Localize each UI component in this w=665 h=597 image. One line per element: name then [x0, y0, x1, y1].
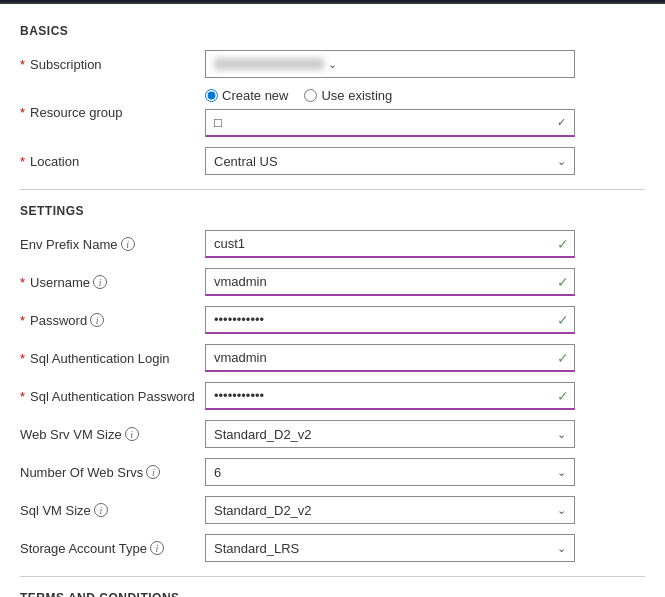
storage-account-type-chevron-icon: ⌄ — [557, 542, 566, 555]
storage-account-type-row: Storage Account Type i Standard_LRS ⌄ — [20, 534, 645, 562]
sql-auth-login-wrapper: ✓ — [205, 344, 575, 372]
sql-vm-size-chevron-icon: ⌄ — [557, 504, 566, 517]
storage-account-type-info-icon[interactable]: i — [150, 541, 164, 555]
password-check-icon: ✓ — [557, 312, 569, 328]
sql-auth-login-input[interactable] — [205, 344, 575, 372]
sql-auth-password-control: ✓ — [205, 382, 575, 410]
basics-section-title: BASICS — [20, 24, 645, 38]
web-srv-vm-size-control: Standard_D2_v2 ⌄ — [205, 420, 575, 448]
sql-auth-password-wrapper: ✓ — [205, 382, 575, 410]
password-input[interactable] — [205, 306, 575, 334]
username-info-icon[interactable]: i — [93, 275, 107, 289]
subscription-required: * — [20, 57, 25, 72]
env-prefix-name-control: ✓ — [205, 230, 575, 258]
create-new-radio[interactable] — [205, 89, 218, 102]
password-required: * — [20, 313, 25, 328]
location-label: * Location — [20, 154, 205, 169]
web-srv-vm-size-label: Web Srv VM Size i — [20, 427, 205, 442]
sql-auth-password-input[interactable] — [205, 382, 575, 410]
location-value: Central US — [214, 154, 553, 169]
sql-auth-password-row: * Sql Authentication Password ✓ — [20, 382, 645, 410]
settings-terms-divider — [20, 576, 645, 577]
resource-group-chevron-icon: ✓ — [557, 116, 566, 129]
sql-auth-login-required: * — [20, 351, 25, 366]
basics-settings-divider — [20, 189, 645, 190]
resource-group-dropdown[interactable]: □ ✓ — [205, 109, 575, 137]
password-row: * Password i ✓ — [20, 306, 645, 334]
username-input[interactable] — [205, 268, 575, 296]
storage-account-type-dropdown[interactable]: Standard_LRS ⌄ — [205, 534, 575, 562]
web-srv-vm-size-row: Web Srv VM Size i Standard_D2_v2 ⌄ — [20, 420, 645, 448]
create-new-radio-label[interactable]: Create new — [205, 88, 288, 103]
num-web-srvs-value: 6 — [214, 465, 553, 480]
sql-vm-size-info-icon[interactable]: i — [94, 503, 108, 517]
web-srv-vm-size-chevron-icon: ⌄ — [557, 428, 566, 441]
storage-account-type-value: Standard_LRS — [214, 541, 553, 556]
username-label: * Username i — [20, 275, 205, 290]
location-chevron-icon: ⌄ — [557, 155, 566, 168]
username-row: * Username i ✓ — [20, 268, 645, 296]
subscription-dropdown[interactable]: ⌄ — [205, 50, 575, 78]
sql-vm-size-row: Sql VM Size i Standard_D2_v2 ⌄ — [20, 496, 645, 524]
storage-account-type-label: Storage Account Type i — [20, 541, 205, 556]
num-web-srvs-control: 6 ⌄ — [205, 458, 575, 486]
num-web-srvs-info-icon[interactable]: i — [146, 465, 160, 479]
password-wrapper: ✓ — [205, 306, 575, 334]
sql-vm-size-value: Standard_D2_v2 — [214, 503, 553, 518]
env-prefix-name-check-icon: ✓ — [557, 236, 569, 252]
location-required: * — [20, 154, 25, 169]
password-label: * Password i — [20, 313, 205, 328]
sql-vm-size-label: Sql VM Size i — [20, 503, 205, 518]
subscription-chevron-icon: ⌄ — [328, 58, 337, 71]
use-existing-radio-label[interactable]: Use existing — [304, 88, 392, 103]
resource-group-value: □ — [214, 115, 553, 130]
web-srv-vm-size-info-icon[interactable]: i — [125, 427, 139, 441]
use-existing-radio[interactable] — [304, 89, 317, 102]
subscription-label: * Subscription — [20, 57, 205, 72]
resource-group-required: * — [20, 105, 25, 120]
username-wrapper: ✓ — [205, 268, 575, 296]
env-prefix-name-input[interactable] — [205, 230, 575, 258]
location-control: Central US ⌄ — [205, 147, 575, 175]
env-prefix-name-wrapper: ✓ — [205, 230, 575, 258]
username-required: * — [20, 275, 25, 290]
sql-auth-password-label: * Sql Authentication Password — [20, 389, 205, 404]
sql-vm-size-control: Standard_D2_v2 ⌄ — [205, 496, 575, 524]
sql-auth-login-control: ✓ — [205, 344, 575, 372]
username-control: ✓ — [205, 268, 575, 296]
sql-auth-password-check-icon: ✓ — [557, 388, 569, 404]
subscription-row: * Subscription ⌄ — [20, 50, 645, 78]
env-prefix-name-label: Env Prefix Name i — [20, 237, 205, 252]
sql-auth-password-required: * — [20, 389, 25, 404]
sql-vm-size-dropdown[interactable]: Standard_D2_v2 ⌄ — [205, 496, 575, 524]
web-srv-vm-size-dropdown[interactable]: Standard_D2_v2 ⌄ — [205, 420, 575, 448]
create-new-label: Create new — [222, 88, 288, 103]
subscription-blurred-value — [214, 58, 324, 70]
location-row: * Location Central US ⌄ — [20, 147, 645, 175]
num-web-srvs-dropdown[interactable]: 6 ⌄ — [205, 458, 575, 486]
terms-section-title: TERMS AND CONDITIONS — [20, 591, 645, 597]
web-srv-vm-size-value: Standard_D2_v2 — [214, 427, 553, 442]
storage-account-type-control: Standard_LRS ⌄ — [205, 534, 575, 562]
resource-group-row: * Resource group Create new Use existing… — [20, 88, 645, 137]
resource-group-control: Create new Use existing □ ✓ — [205, 88, 575, 137]
settings-section-title: SETTINGS — [20, 204, 645, 218]
use-existing-label: Use existing — [321, 88, 392, 103]
location-dropdown[interactable]: Central US ⌄ — [205, 147, 575, 175]
password-info-icon[interactable]: i — [90, 313, 104, 327]
username-check-icon: ✓ — [557, 274, 569, 290]
num-web-srvs-row: Number Of Web Srvs i 6 ⌄ — [20, 458, 645, 486]
sql-auth-login-label: * Sql Authentication Login — [20, 351, 205, 366]
subscription-control: ⌄ — [205, 50, 575, 78]
sql-auth-login-row: * Sql Authentication Login ✓ — [20, 344, 645, 372]
password-control: ✓ — [205, 306, 575, 334]
sql-auth-login-check-icon: ✓ — [557, 350, 569, 366]
num-web-srvs-chevron-icon: ⌄ — [557, 466, 566, 479]
resource-group-radio-row: Create new Use existing — [205, 88, 575, 103]
resource-group-label: * Resource group — [20, 105, 205, 120]
env-prefix-name-row: Env Prefix Name i ✓ — [20, 230, 645, 258]
num-web-srvs-label: Number Of Web Srvs i — [20, 465, 205, 480]
env-prefix-name-info-icon[interactable]: i — [121, 237, 135, 251]
